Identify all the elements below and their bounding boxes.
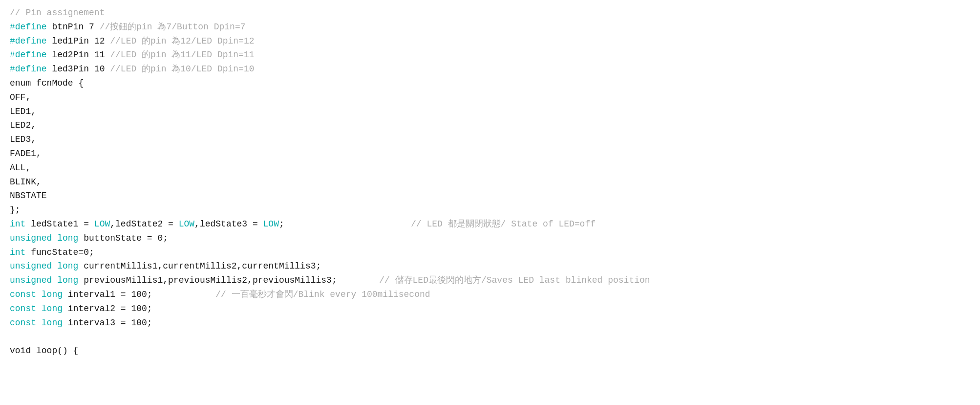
- code-text: ,ledState3 =: [194, 219, 263, 229]
- keyword: LOW: [94, 219, 110, 229]
- keyword: int: [10, 248, 25, 257]
- code-text: interval2 = 100;: [63, 304, 152, 314]
- keyword: unsigned long: [10, 261, 78, 271]
- code-text: ,ledState2 =: [110, 219, 178, 229]
- comment-text: //按鈕的pin 為7/Button Dpin=7: [100, 22, 246, 32]
- keyword: LOW: [263, 219, 279, 229]
- code-text: void loop() {: [10, 346, 78, 356]
- code-text: ALL,: [10, 163, 31, 173]
- code-text: enum fcnMode {: [10, 78, 84, 88]
- code-editor: // Pin assignement#define btnPin 7 //按鈕的…: [0, 0, 980, 405]
- keyword: #define: [10, 50, 47, 60]
- code-text: ledState1 =: [25, 219, 94, 229]
- comment-text: // LED 都是關閉狀態/ State of LED=off: [411, 219, 596, 229]
- keyword: unsigned long: [10, 275, 78, 285]
- code-text: NBSTATE: [10, 191, 47, 201]
- code-text: buttonState = 0;: [78, 233, 168, 243]
- comment-text: //LED 的pin 為10/LED Dpin=10: [110, 64, 254, 74]
- code-text: LED1,: [10, 107, 36, 116]
- code-text: interval3 = 100;: [63, 318, 152, 328]
- keyword: int: [10, 219, 25, 229]
- code-text: currentMillis1,currentMillis2,currentMil…: [78, 261, 321, 271]
- comment-text: // Pin assignement: [10, 8, 105, 18]
- code-text: BLINK,: [10, 177, 42, 187]
- code-text: funcState=0;: [25, 248, 94, 257]
- code-text: ;: [279, 219, 411, 229]
- code-text: OFF,: [10, 92, 31, 102]
- code-text: led1Pin 12: [47, 36, 110, 46]
- keyword: const long: [10, 318, 63, 328]
- keyword: const long: [10, 304, 63, 314]
- keyword: const long: [10, 290, 63, 299]
- code-text: led3Pin 10: [47, 64, 110, 74]
- code-text: LED2,: [10, 120, 36, 130]
- keyword: unsigned long: [10, 233, 78, 243]
- keyword: #define: [10, 64, 47, 74]
- comment-text: //LED 的pin 為12/LED Dpin=12: [110, 36, 254, 46]
- code-text: btnPin 7: [47, 22, 100, 32]
- keyword: #define: [10, 22, 47, 32]
- code-text: interval1 = 100;: [63, 290, 215, 299]
- keyword: #define: [10, 36, 47, 46]
- comment-text: //LED 的pin 為11/LED Dpin=11: [110, 50, 254, 60]
- code-text: previousMillis1,previousMillis2,previous…: [78, 275, 379, 285]
- comment-text: // 儲存LED最後閃的地方/Saves LED last blinked po…: [379, 275, 650, 285]
- code-text: FADE1,: [10, 149, 42, 158]
- code-text: led2Pin 11: [47, 50, 110, 60]
- keyword: LOW: [179, 219, 194, 229]
- code-text: LED3,: [10, 135, 36, 144]
- comment-text: // 一百毫秒才會閃/Blink every 100milisecond: [215, 290, 430, 299]
- code-text: };: [10, 205, 21, 215]
